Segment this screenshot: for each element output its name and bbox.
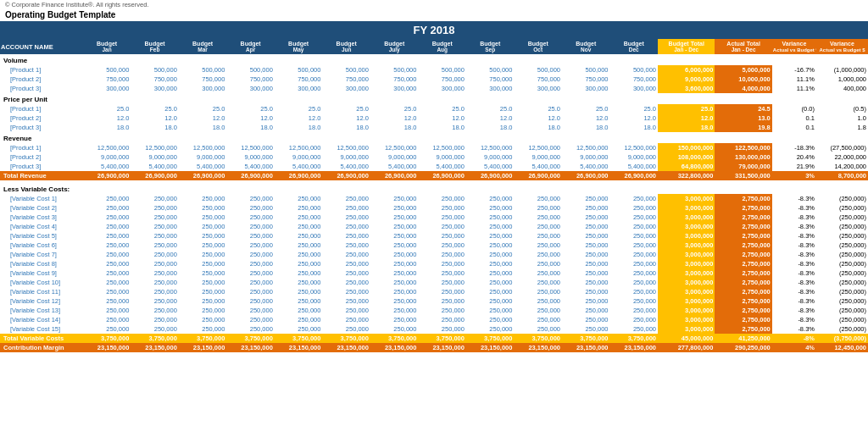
var-pct-cell: 0.1 [772,123,816,132]
data-row: [Product 2] 750,000750,000750,000750,000… [0,75,868,84]
monthly-cell: 250,000 [275,194,323,203]
total-row: Total Revenue 26,900,00026,900,00026,900… [0,171,868,180]
monthly-cell: 750,000 [418,75,466,84]
monthly-cell: 250,000 [370,213,419,222]
monthly-cell: 250,000 [370,296,419,306]
var-pct-cell: (0.0) [772,104,816,113]
col-var-dollar-header: VarianceActual vs Budget $ [816,39,868,54]
account-name: [Variable Cost 15] [0,324,83,334]
monthly-cell: 250,000 [131,241,179,250]
monthly-cell: 250,000 [370,287,419,296]
var-pct-cell: 21.9% [772,162,816,171]
monthly-cell: 250,000 [370,250,419,259]
monthly-cell: 250,000 [131,315,179,324]
monthly-cell: 250,000 [514,231,562,241]
monthly-cell: 250,000 [370,241,419,250]
monthly-cell: 250,000 [275,296,323,306]
var-dollar-cell: (250,000) [816,278,868,287]
monthly-cell: 250,000 [418,324,466,334]
monthly-cell: 18.0 [83,123,131,132]
monthly-cell: 250,000 [466,231,515,241]
monthly-cell: 25.0 [466,104,515,113]
monthly-cell: 300,000 [370,84,419,93]
monthly-cell: 250,000 [83,315,131,324]
var-pct-cell: -8.3% [772,324,816,334]
total-monthly: 26,900,000 [275,171,323,180]
var-dollar-cell: (250,000) [816,250,868,259]
monthly-cell: 250,000 [610,203,659,213]
account-name: [Product 2] [0,75,83,84]
monthly-cell: 250,000 [179,306,227,315]
var-pct-cell: -8.3% [772,315,816,324]
total-monthly: 26,900,000 [131,171,179,180]
monthly-cell: 18.0 [370,123,419,132]
monthly-cell: 250,000 [131,203,179,213]
var-pct-cell: 0.1 [772,113,816,123]
monthly-cell: 5,400,000 [370,162,419,171]
col-actual-total-header: Actual TotalJan - Dec [715,39,771,54]
total-monthly: 26,900,000 [418,171,466,180]
monthly-cell: 250,000 [226,213,275,222]
monthly-cell: 250,000 [131,278,179,287]
monthly-cell: 250,000 [179,231,227,241]
monthly-cell: 750,000 [562,75,610,84]
monthly-cell: 250,000 [562,194,610,203]
monthly-cell: 500,000 [226,65,275,75]
total-budget-total: 322,800,000 [658,171,715,180]
total-monthly: 23,150,000 [83,343,131,352]
monthly-cell: 12.0 [226,113,275,123]
monthly-cell: 250,000 [418,213,466,222]
monthly-cell: 250,000 [514,296,562,306]
budget-total-cell: 3,000,000 [658,203,715,213]
account-name: [Variable Cost 12] [0,296,83,306]
monthly-cell: 500,000 [562,65,610,75]
total-label: Total Variable Costs [0,334,83,343]
data-row: [Variable Cost 8] 250,000250,000250,0002… [0,259,868,268]
monthly-cell: 250,000 [226,203,275,213]
monthly-cell: 250,000 [131,213,179,222]
total-budget-total: 277,800,000 [658,343,715,352]
monthly-cell: 750,000 [179,75,227,84]
monthly-cell: 12,500,000 [466,143,515,152]
col-budget-may: BudgetMay [275,39,323,54]
data-row: [Product 1] 500,000500,000500,000500,000… [0,65,868,75]
monthly-cell: 300,000 [322,84,370,93]
budget-total-cell: 3,000,000 [658,259,715,268]
var-dollar-cell: 1.8 [816,123,868,132]
actual-total-cell: 2,750,000 [715,213,771,222]
data-row: [Variable Cost 5] 250,000250,000250,0002… [0,231,868,241]
budget-total-cell: 3,000,000 [658,324,715,334]
monthly-cell: 250,000 [418,259,466,268]
monthly-cell: 18.0 [322,123,370,132]
monthly-cell: 250,000 [179,222,227,231]
data-row: [Variable Cost 10] 250,000250,000250,000… [0,278,868,287]
monthly-cell: 250,000 [466,287,515,296]
var-dollar-cell: (250,000) [816,231,868,241]
budget-total-cell: 3,000,000 [658,213,715,222]
monthly-cell: 5,400,000 [514,162,562,171]
var-pct-cell: -8.3% [772,278,816,287]
monthly-cell: 9,000,000 [322,152,370,162]
budget-total-cell: 3,000,000 [658,250,715,259]
monthly-cell: 250,000 [610,268,659,278]
monthly-cell: 5,400,000 [610,162,659,171]
monthly-cell: 9,000,000 [466,152,515,162]
fy-header: FY 2018 [0,21,868,39]
monthly-cell: 9,000,000 [275,152,323,162]
data-row: [Variable Cost 15] 250,000250,000250,000… [0,324,868,334]
monthly-cell: 12.0 [131,113,179,123]
monthly-cell: 250,000 [466,194,515,203]
account-name: [Variable Cost 6] [0,241,83,250]
monthly-cell: 500,000 [418,65,466,75]
account-name: [Variable Cost 3] [0,213,83,222]
data-row: [Variable Cost 9] 250,000250,000250,0002… [0,268,868,278]
var-pct-cell: -8.3% [772,241,816,250]
monthly-cell: 250,000 [562,259,610,268]
monthly-cell: 9,000,000 [610,152,659,162]
monthly-cell: 250,000 [610,194,659,203]
total-monthly: 23,150,000 [610,343,659,352]
monthly-cell: 500,000 [275,65,323,75]
col-budget-feb: BudgetFeb [131,39,179,54]
actual-total-cell: 2,750,000 [715,296,771,306]
monthly-cell: 750,000 [83,75,131,84]
